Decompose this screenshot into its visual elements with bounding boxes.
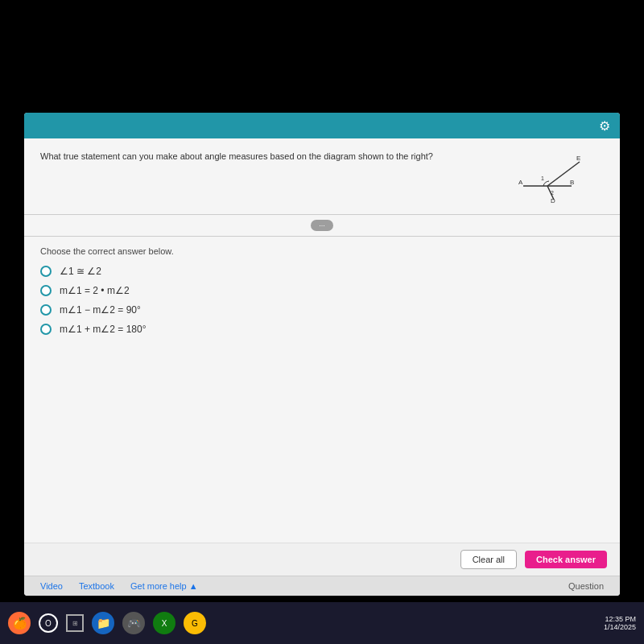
time-display: 12:35 PM 1/14/2025 [604, 615, 636, 631]
svg-text:2: 2 [551, 190, 554, 196]
radio-4[interactable] [40, 324, 52, 335]
radio-2[interactable] [40, 285, 52, 296]
clear-all-button[interactable]: Clear all [460, 550, 517, 569]
svg-line-1 [547, 162, 580, 186]
expand-dots[interactable]: ··· [311, 220, 333, 231]
option-text-4: m∠1 + m∠2 = 180° [60, 324, 147, 335]
get-more-help-link[interactable]: Get more help ▲ [130, 581, 198, 591]
choose-label: Choose the correct answer below. [40, 246, 604, 256]
radio-1[interactable] [40, 266, 52, 277]
textbook-link[interactable]: Textbook [79, 581, 114, 591]
taskbar-chrome-icon[interactable]: G [184, 612, 206, 634]
radio-3[interactable] [40, 304, 52, 316]
time: 12:35 PM [604, 615, 636, 623]
check-answer-button[interactable]: Check answer [525, 551, 607, 568]
svg-text:A: A [518, 179, 523, 186]
option-row-3[interactable]: m∠1 − m∠2 = 90° [40, 304, 604, 316]
video-link[interactable]: Video [40, 581, 63, 591]
svg-text:D: D [551, 197, 555, 204]
top-bar: ⚙ [24, 113, 620, 138]
option-text-1: ∠1 ≅ ∠2 [60, 266, 101, 277]
taskbar-xbox-icon[interactable]: X [153, 612, 175, 634]
option-row-4[interactable]: m∠1 + m∠2 = 180° [40, 324, 604, 335]
option-text-2: m∠1 = 2 • m∠2 [60, 285, 130, 296]
answer-area: Choose the correct answer below. ∠1 ≅ ∠2… [24, 237, 620, 543]
option-row-2[interactable]: m∠1 = 2 • m∠2 [40, 285, 604, 296]
footer-bar: Video Textbook Get more help ▲ Question [24, 576, 620, 596]
expand-section: ··· [24, 215, 620, 236]
diagram-area: E A B D 1 2 [499, 150, 604, 206]
taskbar: 🍊 O ⊞ 📁 🎮 X G 12:35 PM 1/14/2025 [0, 602, 644, 644]
gear-icon[interactable]: ⚙ [599, 118, 610, 134]
question-text: What true statement can you make about a… [40, 150, 433, 163]
question-area: What true statement can you make about a… [24, 138, 620, 215]
date: 1/14/2025 [604, 623, 636, 631]
taskbar-icon-3[interactable]: 🎮 [122, 612, 145, 634]
svg-text:E: E [576, 155, 580, 162]
main-screen: ⚙ What true statement can you make about… [24, 113, 620, 596]
option-text-3: m∠1 − m∠2 = 90° [60, 304, 141, 316]
taskbar-circle[interactable]: O [39, 613, 58, 633]
bottom-action-bar: Clear all Check answer [24, 543, 620, 576]
question-label: Question [568, 581, 604, 591]
svg-text:1: 1 [541, 175, 544, 181]
taskbar-icon-2[interactable]: 📁 [92, 612, 114, 634]
svg-text:B: B [570, 179, 574, 186]
taskbar-icon-1[interactable]: 🍊 [8, 612, 31, 634]
taskbar-square[interactable]: ⊞ [66, 614, 84, 632]
diagram-svg: E A B D 1 2 [499, 150, 604, 206]
option-row-1[interactable]: ∠1 ≅ ∠2 [40, 266, 604, 277]
